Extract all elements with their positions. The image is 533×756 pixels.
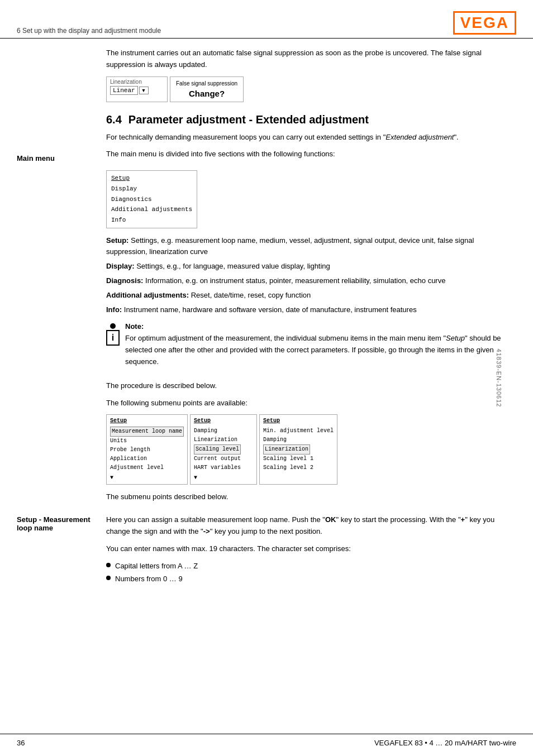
def-additional-term: Additional adjustments: xyxy=(106,291,189,299)
submenu-application[interactable]: Application xyxy=(110,454,184,463)
submenu-damping2[interactable]: Damping xyxy=(263,436,334,444)
bullet-capital-text: Capital letters from A … Z xyxy=(115,561,198,572)
section-heading: 6.4 Parameter adjustment - Extended adju… xyxy=(106,113,516,126)
submenu-box-2: Setup Damping Linearization Scaling leve… xyxy=(190,414,257,485)
note-icon: i xyxy=(106,323,120,346)
submenu-damping[interactable]: Damping xyxy=(194,427,253,436)
bullet-numbers: Numbers from 0 … 9 xyxy=(106,573,516,585)
submenu-arrow-1: ▼ xyxy=(110,473,184,482)
main-menu-label-col: Main menu xyxy=(17,149,106,509)
setup-measurement-label: Setup - Measurement loop name xyxy=(17,514,106,532)
footer: 36 VEGAFLEX 83 • 4 … 20 mA/HART two-wire xyxy=(0,734,533,747)
change-text: Change? xyxy=(176,89,237,98)
submenu-units[interactable]: Units xyxy=(110,437,184,446)
submenu-adjustment-level[interactable]: Adjustment level xyxy=(110,463,184,472)
submenu-hart-variables[interactable]: HART variables xyxy=(194,463,253,472)
available-text: The following submenu points are availab… xyxy=(106,398,516,409)
submenu-scaling-level[interactable]: Scaling level xyxy=(194,444,241,454)
section-intro: For technically demanding measurement lo… xyxy=(106,132,516,143)
menu-item-setup[interactable]: Setup xyxy=(111,173,192,184)
bullet-dot-1 xyxy=(106,563,111,567)
plus-key: + xyxy=(461,515,465,524)
submenu-scaling-level1[interactable]: Scaling level 1 xyxy=(263,454,334,463)
false-signal-panel: False signal suppression Change? xyxy=(170,76,244,102)
device-screens: Linearization Linear ▼ False signal supp… xyxy=(106,76,516,102)
section-title: Parameter adjustment - Extended adjustme… xyxy=(129,113,369,126)
page-container: 6 Set up with the display and adjustment… xyxy=(0,0,533,756)
arrow-key: -> xyxy=(203,527,210,535)
def-diagnosis: Diagnosis: Information, e.g. on instrume… xyxy=(106,275,516,286)
def-display: Display: Settings, e.g., for language, m… xyxy=(106,261,516,272)
menu-item-diagnostics[interactable]: Diagnostics xyxy=(111,194,192,205)
setup-body1: Here you can assign a suitable measureme… xyxy=(106,514,516,538)
def-diagnosis-term: Diagnosis: xyxy=(106,276,143,285)
note-bullet-dot xyxy=(110,323,116,329)
intro-paragraph: The instrument carries out an automatic … xyxy=(106,47,516,71)
submenu-box-1: Setup Measurement loop name Units Probe … xyxy=(106,414,188,485)
main-menu-body: The main menu is divided into five secti… xyxy=(106,149,516,509)
setup-bullet-list: Capital letters from A … Z Numbers from … xyxy=(106,561,516,585)
setup-label-col: Setup - Measurement loop name xyxy=(17,514,106,586)
submenu-arrow-2: ▼ xyxy=(194,473,253,482)
bullet-capital-letters: Capital letters from A … Z xyxy=(106,561,516,572)
menu-item-additional[interactable]: Additional adjustments xyxy=(111,204,192,215)
section-number: 6.4 xyxy=(106,113,122,126)
note-body: For optimum adjustment of the measuremen… xyxy=(125,333,516,367)
chapter-label: 6 Set up with the display and adjustment… xyxy=(17,27,161,35)
footer-page-number: 36 xyxy=(17,739,25,747)
main-body: The instrument carries out an automatic … xyxy=(106,47,516,149)
definitions-list: Setup: Settings, e.g. measurement loop n… xyxy=(106,235,516,316)
setup-body2: You can enter names with max. 19 charact… xyxy=(106,543,516,555)
false-signal-label: False signal suppression xyxy=(176,80,237,87)
def-additional: Additional adjustments: Reset, date/time… xyxy=(106,290,516,301)
submenu-boxes-row: Setup Measurement loop name Units Probe … xyxy=(106,414,516,485)
sidebar-labels xyxy=(17,47,106,149)
vega-logo: VEGA xyxy=(453,11,516,35)
header-bar: 6 Set up with the display and adjustment… xyxy=(0,11,533,39)
linearization-value[interactable]: Linear xyxy=(110,86,138,95)
menu-item-display[interactable]: Display xyxy=(111,184,192,194)
note-section: i Note: For optimum adjustment of the me… xyxy=(106,322,516,373)
ok-key: OK xyxy=(325,515,336,524)
procedure-text: The procedure is described below. xyxy=(106,380,516,392)
note-i-icon: i xyxy=(106,330,120,346)
submenu-box1-header: Setup xyxy=(110,417,184,425)
linearization-panel: Linearization Linear ▼ xyxy=(106,76,168,102)
dropdown-arrow-icon[interactable]: ▼ xyxy=(139,87,149,94)
def-setup-term: Setup: xyxy=(106,236,129,245)
def-info-term: Info: xyxy=(106,305,122,314)
bullet-numbers-text: Numbers from 0 … 9 xyxy=(115,573,183,585)
note-content: Note: For optimum adjustment of the meas… xyxy=(125,322,516,373)
def-display-term: Display: xyxy=(106,262,135,270)
submenu-probe-length[interactable]: Probe length xyxy=(110,446,184,454)
note-title: Note: xyxy=(125,322,516,331)
submenu-linearization2[interactable]: Linearization xyxy=(263,444,310,454)
menu-item-info[interactable]: Info xyxy=(111,215,192,226)
main-menu-description: The main menu is divided into five secti… xyxy=(106,149,516,160)
footer-product-name: VEGAFLEX 83 • 4 … 20 mA/HART two-wire xyxy=(374,739,516,747)
setup-measurement-body: Here you can assign a suitable measureme… xyxy=(106,514,516,586)
submenu-current-output[interactable]: Current output xyxy=(194,454,253,463)
note-setup-italic: Setup xyxy=(446,334,465,342)
def-setup: Setup: Settings, e.g. measurement loop n… xyxy=(106,235,516,257)
submenu-after-text: The submenu points described below. xyxy=(106,491,516,503)
linearization-label: Linearization xyxy=(110,79,164,85)
submenu-scaling-level2[interactable]: Scaling level 2 xyxy=(263,463,334,472)
submenu-linearization[interactable]: Linearization xyxy=(194,436,253,444)
linearization-select-row: Linear ▼ xyxy=(110,86,164,95)
menu-box: Setup Display Diagnostics Additional adj… xyxy=(106,170,197,228)
main-menu-section: Main menu The main menu is divided into … xyxy=(17,149,516,509)
setup-measurement-section: Setup - Measurement loop name Here you c… xyxy=(17,514,516,586)
def-info: Info: Instrument name, hardware and soft… xyxy=(106,304,516,315)
content-area: The instrument carries out an automatic … xyxy=(0,47,533,587)
submenu-box-3: Setup Min. adjustment level Damping Line… xyxy=(259,414,337,485)
submenu-measurement-loop[interactable]: Measurement loop name xyxy=(110,427,184,437)
main-layout: The instrument carries out an automatic … xyxy=(17,47,516,149)
submenu-min-adjustment[interactable]: Min. adjustment level xyxy=(263,427,334,436)
submenu-box2-header: Setup xyxy=(194,417,253,425)
main-menu-label: Main menu xyxy=(17,149,106,162)
extended-adjustment-italic: Extended adjustment xyxy=(386,133,454,141)
submenu-box3-header: Setup xyxy=(263,417,334,425)
side-watermark: 41839-EN-130612 xyxy=(496,349,503,408)
bullet-dot-2 xyxy=(106,576,111,580)
